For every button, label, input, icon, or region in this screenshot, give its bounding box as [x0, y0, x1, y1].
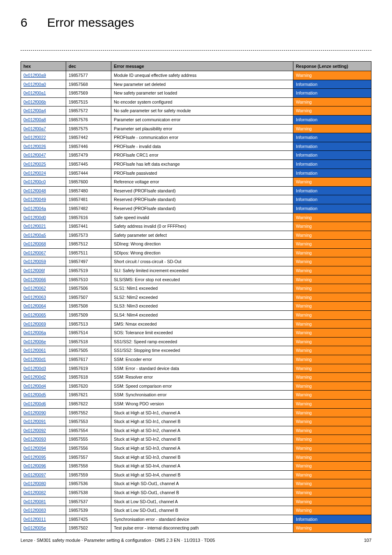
response-cell: Warning	[293, 346, 371, 355]
hex-link[interactable]: 0x012f0064	[23, 303, 46, 308]
hex-link[interactable]: 0x012f0026	[23, 144, 46, 149]
hex-link[interactable]: 0x012f0066	[23, 277, 46, 282]
table-row: 0x012f00d119857617SSM: Encoder errorWarn…	[21, 355, 371, 364]
hex-cell: 0x012f0047	[21, 151, 66, 160]
response-cell: Warning	[293, 364, 371, 373]
hex-cell: 0x012f0062	[21, 284, 66, 293]
response-cell: Warning	[293, 240, 371, 249]
dec-cell: 19857511	[66, 248, 111, 257]
hex-link[interactable]: 0x012f00a9	[23, 73, 46, 78]
response-cell: Warning	[293, 479, 371, 488]
hex-link[interactable]: 0x012f0080	[23, 481, 46, 486]
response-cell: Warning	[293, 524, 371, 533]
hex-link[interactable]: 0x012f0095	[23, 455, 46, 460]
hex-cell: 0x012f0021	[21, 222, 66, 231]
hex-cell: 0x012f0083	[21, 506, 66, 515]
response-cell: Warning	[293, 71, 371, 80]
response-cell: Warning	[293, 231, 371, 240]
hex-cell: 0x012f00c0	[21, 178, 66, 187]
hex-link[interactable]: 0x012f0022	[23, 135, 46, 140]
hex-link[interactable]: 0x012f0091	[23, 419, 46, 424]
hex-link[interactable]: 0x012f00a8	[23, 117, 46, 122]
hex-link[interactable]: 0x012f0024	[23, 171, 46, 176]
hex-link[interactable]: 0x012f00d6	[23, 401, 46, 406]
hex-link[interactable]: 0x012f0092	[23, 428, 46, 433]
hex-link[interactable]: 0x012f00a0	[23, 82, 46, 87]
hex-link[interactable]: 0x012f0049	[23, 197, 46, 202]
msg-cell: PROFIsafe has left data exchange	[111, 160, 293, 169]
response-cell: Warning	[293, 399, 371, 408]
response-cell: Information	[293, 169, 371, 178]
hex-link[interactable]: 0x012f00a4	[23, 108, 46, 113]
hex-link[interactable]: 0x012f00d2	[23, 375, 46, 379]
msg-cell: PROFIsafe - invalid data	[111, 142, 293, 151]
hex-cell: 0x012f004a	[21, 204, 66, 213]
hex-link[interactable]: 0x012f006a	[23, 330, 46, 335]
footer-text: Lenze · SM301 safety module · Parameter …	[21, 538, 215, 543]
hex-link[interactable]: 0x012f00a5	[23, 233, 46, 238]
hex-link[interactable]: 0x012f0097	[23, 472, 46, 477]
hex-cell: 0x012f0082	[21, 488, 66, 497]
hex-link[interactable]: 0x012f0062	[23, 286, 46, 291]
hex-cell: 0x012f00a4	[21, 106, 66, 116]
hex-link[interactable]: 0x012f0011	[23, 517, 46, 522]
hex-cell: 0x012f0091	[21, 417, 66, 426]
msg-cell: No encoder system configured	[111, 97, 293, 106]
hex-link[interactable]: 0x012f0083	[23, 508, 46, 513]
table-row: 0x012f00a419857572No safe parameter set …	[21, 106, 371, 116]
hex-link[interactable]: 0x012f0061	[23, 348, 46, 353]
col-header-dec: dec	[66, 62, 111, 71]
hex-link[interactable]: 0x012f00d5	[23, 392, 46, 397]
hex-link[interactable]: 0x012f005e	[23, 525, 46, 530]
hex-link[interactable]: 0x012f0047	[23, 153, 46, 157]
dec-cell: 19857577	[66, 71, 111, 80]
hex-cell: 0x012f0022	[21, 133, 66, 142]
hex-link[interactable]: 0x012f0069	[23, 321, 46, 326]
hex-link[interactable]: 0x012f00d0	[23, 215, 46, 220]
hex-link[interactable]: 0x012f00d4	[23, 384, 46, 388]
response-cell: Warning	[293, 284, 371, 293]
response-cell: Warning	[293, 266, 371, 275]
hex-link[interactable]: 0x012f0021	[23, 224, 46, 229]
table-row: 0x012f00a519857573Safety parameter set d…	[21, 231, 371, 240]
dec-cell: 19857441	[66, 222, 111, 231]
response-cell: Information	[293, 515, 371, 524]
hex-link[interactable]: 0x012f00c0	[23, 179, 46, 184]
hex-link[interactable]: 0x012f006b	[23, 99, 46, 104]
table-row: 0x012f00d519857621SSM: Synchronisation e…	[21, 391, 371, 400]
hex-link[interactable]: 0x012f0025	[23, 162, 46, 166]
msg-cell: SDIneg: Wrong direction	[111, 240, 293, 249]
hex-link[interactable]: 0x012f0094	[23, 446, 46, 451]
response-cell: Warning	[293, 470, 371, 479]
table-row: 0x012f006119857505SS1/SS2: Stopping time…	[21, 346, 371, 355]
hex-cell: 0x012f0080	[21, 479, 66, 488]
msg-cell: PROFIsafe passivated	[111, 169, 293, 178]
hex-link[interactable]: 0x012f0093	[23, 437, 46, 442]
hex-link[interactable]: 0x012f00d3	[23, 366, 46, 371]
hex-link[interactable]: 0x012f0059	[23, 259, 46, 264]
dec-cell: 19857514	[66, 328, 111, 338]
msg-cell: New parameter set deleted	[111, 80, 293, 89]
hex-cell: 0x012f0094	[21, 444, 66, 453]
hex-cell: 0x012f0092	[21, 426, 66, 435]
hex-link[interactable]: 0x012f0082	[23, 490, 46, 495]
hex-link[interactable]: 0x012f00a1	[23, 90, 46, 95]
table-row: 0x012f006319857507SLS2: Nlim2 exceededWa…	[21, 293, 371, 302]
hex-link[interactable]: 0x012f00d1	[23, 357, 46, 362]
hex-link[interactable]: 0x012f0065	[23, 312, 46, 317]
hex-link[interactable]: 0x012f0048	[23, 188, 46, 193]
hex-link[interactable]: 0x012f0081	[23, 499, 46, 504]
hex-link[interactable]: 0x012f0096	[23, 463, 46, 468]
dec-cell: 19857442	[66, 133, 111, 142]
hex-link[interactable]: 0x012f006e	[23, 339, 46, 344]
hex-link[interactable]: 0x012f0068	[23, 241, 46, 246]
hex-link[interactable]: 0x012f0063	[23, 295, 46, 300]
hex-link[interactable]: 0x012f006f	[23, 268, 45, 273]
response-cell: Information	[293, 115, 371, 124]
hex-link[interactable]: 0x012f004a	[23, 206, 46, 211]
hex-link[interactable]: 0x012f00a7	[23, 126, 46, 131]
hex-link[interactable]: 0x012f0067	[23, 250, 46, 255]
table-row: 0x012f001119857425Synchronisation error …	[21, 515, 371, 524]
hex-link[interactable]: 0x012f0090	[23, 410, 46, 415]
dec-cell: 19857554	[66, 426, 111, 435]
